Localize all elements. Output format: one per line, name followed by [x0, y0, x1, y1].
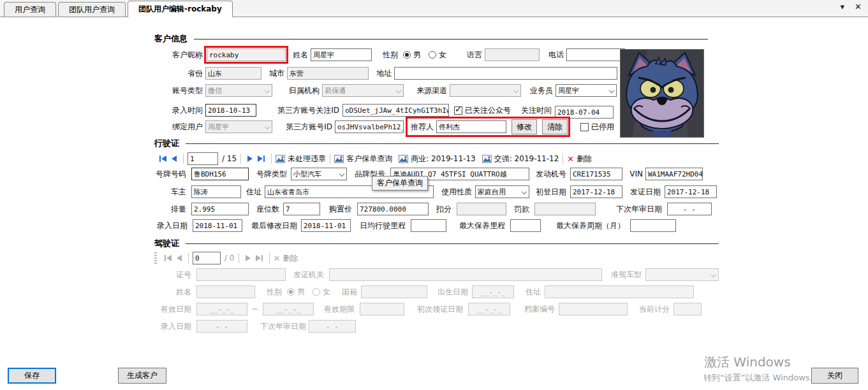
birth-input[interactable]: __-_-_ — [472, 285, 514, 298]
issue-org-label: 发证机关 — [291, 270, 324, 280]
city-input[interactable]: 东营 — [287, 67, 369, 80]
displacement-input[interactable]: 2.995 — [191, 203, 249, 215]
seats-input[interactable]: 7 — [283, 203, 320, 215]
plate-type-select[interactable]: 小型汽车 — [291, 168, 347, 180]
clear-button[interactable]: 清除 — [542, 119, 568, 134]
bind-user-select[interactable]: 周星宇 — [205, 120, 272, 133]
tab-team-user-query[interactable]: 团队用户查询 — [58, 2, 126, 17]
org-value: 易保通 — [325, 86, 346, 96]
prev-page-button[interactable] — [169, 155, 179, 162]
issue-date-input[interactable]: 2017-12-18 — [665, 185, 717, 198]
issue-org-input[interactable] — [329, 268, 602, 281]
close-button[interactable]: 关闭 — [811, 368, 858, 384]
modified-date-input[interactable]: 2018-11-01 — [301, 219, 351, 232]
owner-input[interactable]: 陈涛 — [191, 185, 241, 198]
org-label: 归属机构 — [286, 85, 320, 96]
salesman-label: 业务员 — [527, 85, 553, 96]
driver-gender-female-radio[interactable]: 女 — [313, 287, 330, 298]
file-no-input[interactable] — [559, 303, 628, 315]
source-select[interactable] — [450, 84, 521, 97]
picture-icon — [276, 155, 285, 163]
nationality-input[interactable] — [361, 285, 427, 298]
close-tab-icon[interactable]: ✕ — [855, 2, 862, 11]
fine-input[interactable] — [534, 203, 596, 215]
valid-period-input[interactable] — [360, 303, 404, 315]
veh-entry-date-input[interactable]: 2018-11-01 — [193, 219, 242, 232]
usage-select[interactable]: 家庭自用 — [475, 185, 529, 198]
plate-no-input[interactable]: 鲁BDH156 — [191, 168, 249, 180]
toolbar-grip[interactable] — [154, 252, 157, 264]
referrer-highlight-box: 推荐人 佟利杰 修改 清除 — [406, 117, 570, 137]
deduction-label: 扣分 — [435, 204, 452, 215]
first-reg-input[interactable]: 2017-12-18 — [570, 185, 622, 198]
disabled-checkbox[interactable]: 已停用 — [580, 122, 614, 133]
third-id-input[interactable]: osJHVsvalbePh12_6qI — [335, 120, 404, 133]
driver-next-review-input[interactable]: - - — [309, 320, 356, 333]
checked-checkbox-icon: ✓ — [454, 106, 462, 115]
follow-id-input[interactable]: oDSUet_jJAw_4tICyhG1T3hIw9Mg — [342, 104, 449, 117]
max-maintain-cycle-input[interactable] — [630, 219, 676, 232]
modified-date-label: 最后修改日期 — [247, 220, 297, 231]
driver-gender-male-radio[interactable]: 男 — [287, 287, 305, 298]
driver-last-page-button[interactable] — [253, 255, 265, 261]
phone-input[interactable] — [566, 48, 625, 61]
engine-input[interactable]: CRE171535 — [570, 168, 622, 180]
next-review-input[interactable]: - - — [667, 203, 712, 215]
seats-label: 座位数 — [254, 204, 279, 215]
driver-next-page-button[interactable] — [243, 255, 253, 261]
save-button[interactable]: 保存 — [8, 368, 56, 384]
next-page-button[interactable] — [245, 155, 255, 162]
generate-customer-button[interactable]: 生成客户 — [118, 368, 166, 384]
tab-user-query[interactable]: 用户查询 — [4, 2, 56, 17]
driver-entry-date-input[interactable]: - - — [196, 320, 247, 333]
org-select[interactable]: 易保通 — [322, 84, 404, 97]
entry-time-input[interactable]: 2018-10-13 — [205, 104, 256, 117]
first-issue-input[interactable]: __-_-_ — [468, 303, 510, 315]
language-input[interactable] — [485, 48, 540, 61]
last-page-button[interactable] — [255, 155, 267, 162]
daily-mileage-input[interactable] — [411, 219, 446, 232]
address-input[interactable] — [394, 67, 617, 80]
name-input[interactable]: 周星宇 — [311, 48, 372, 61]
referrer-input[interactable]: 佟利杰 — [436, 120, 506, 133]
max-maintain-mileage-input[interactable] — [510, 219, 541, 232]
policy-query-button[interactable]: 客户保单查询 — [334, 154, 392, 164]
driver-addr-input[interactable] — [545, 285, 694, 298]
modify-button[interactable]: 修改 — [511, 119, 537, 134]
delete-driver-button[interactable]: ✕ 删除 — [274, 253, 298, 264]
gender-female-radio[interactable]: 女 — [429, 50, 446, 61]
driver-prev-page-button[interactable] — [174, 255, 184, 261]
owner-addr-label: 住址 — [245, 187, 261, 198]
valid-to-input[interactable]: __-_-_ — [263, 303, 314, 315]
first-page-button[interactable] — [157, 155, 169, 162]
nickname-input[interactable]: rockaby — [207, 48, 286, 61]
commercial-insurance-button[interactable]: 商业: 2019-11-13 — [399, 154, 476, 164]
unhandled-violations-button[interactable]: 未处理违章 — [276, 154, 326, 164]
tab-list-icon[interactable]: ▾ — [841, 2, 845, 11]
veh-entry-date-label: 录入日期 — [154, 220, 188, 231]
account-type-select[interactable]: 微信 — [205, 84, 272, 97]
province-input[interactable]: 山东 — [205, 67, 261, 80]
picture-icon — [399, 155, 408, 163]
salesman-select[interactable]: 周星宇 — [555, 84, 617, 97]
tab-team-user-edit[interactable]: 团队用户编辑-rockaby — [128, 1, 233, 17]
price-input[interactable]: 727800.0000 — [357, 203, 429, 215]
allowed-type-select[interactable] — [645, 268, 719, 281]
valid-from-input[interactable]: __-_-_ — [196, 303, 247, 315]
driver-first-page-button[interactable] — [162, 255, 174, 261]
next-review-label: 下次年审日期 — [603, 204, 662, 215]
driver-name-input[interactable] — [196, 285, 255, 298]
deduction-input[interactable] — [457, 203, 506, 215]
team-user-edit-window: 用户查询 团队用户查询 团队用户编辑-rockaby ▾ ✕ 客户信息 客户昵称… — [0, 0, 868, 390]
license-no-input[interactable] — [196, 268, 286, 281]
page-number-input[interactable]: 1 — [188, 152, 218, 165]
section-divider — [186, 243, 719, 244]
score-input[interactable] — [673, 303, 702, 315]
followed-checkbox[interactable]: ✓ 已关注公众号 — [454, 105, 511, 116]
delete-vehicle-button[interactable]: ✕ 删除 — [567, 154, 592, 164]
driver-page-number-input[interactable]: 0 — [193, 252, 221, 264]
tilde-separator: ~ — [251, 305, 259, 314]
gender-male-radio[interactable]: 男 — [403, 50, 421, 61]
compulsory-insurance-button[interactable]: 交强: 2019-11-12 — [482, 154, 559, 164]
vin-input[interactable]: WA1MAAF72HD046 — [645, 168, 703, 180]
